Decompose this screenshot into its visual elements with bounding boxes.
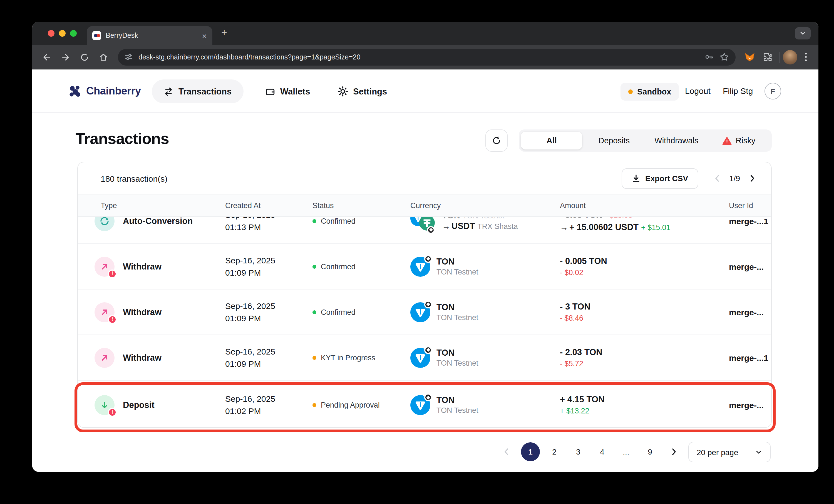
filter-tabs: All Deposits Withdrawals Risky	[519, 130, 772, 152]
withdraw-icon	[94, 348, 114, 368]
per-page-value: 20 per page	[697, 448, 751, 457]
address-bar[interactable]: desk-stg.chainberry.com/dashboard/transa…	[118, 49, 736, 65]
currency-text: TON TON Testnet	[436, 256, 479, 277]
filter-tab-risky[interactable]: Risky	[708, 132, 770, 150]
home-button[interactable]	[94, 48, 112, 66]
status-cell: Pending Approval	[312, 401, 380, 409]
withdraw-icon: !	[94, 256, 114, 276]
status-label: Pending Approval	[321, 401, 380, 409]
status-cell: Confirmed	[312, 217, 355, 225]
status-label: Confirmed	[321, 262, 355, 271]
user-id: merge-...1	[729, 217, 768, 226]
ton-coin-icon	[410, 256, 430, 276]
chevron-left-icon[interactable]	[712, 174, 721, 183]
amount-from-line: - 5.05 TON - $15.06	[560, 217, 671, 221]
user-name: Filip Stg	[723, 86, 753, 96]
table-row-withdraw[interactable]: Withdraw Sep-16, 2025 01:09 PM KYT in Pr…	[78, 335, 771, 381]
app-header: Chainberry Transactions Wallets	[32, 70, 818, 113]
type-cell: ! Deposit	[94, 395, 155, 415]
close-window-button[interactable]	[48, 30, 54, 37]
ton-coin-icon	[410, 302, 430, 322]
currency-to-line: →USDT TRX Shasta	[442, 221, 518, 231]
pagination-next-button[interactable]	[664, 442, 683, 461]
ton-usdt-coin-pair-icon	[410, 217, 436, 232]
transaction-type: Deposit	[123, 400, 155, 410]
time-line: 01:09 PM	[225, 267, 275, 279]
table-body: Auto-Conversion Sep-16, 2025 01:13 PM Co…	[78, 217, 771, 428]
nav-item-transactions[interactable]: Transactions	[152, 79, 243, 104]
per-page-select[interactable]: 20 per page	[688, 442, 771, 462]
refresh-button[interactable]	[485, 130, 508, 152]
tab-search-button[interactable]	[795, 27, 811, 40]
chevron-left-icon	[502, 447, 511, 456]
currency-cell: TON TON Testnet →USDT TRX Shasta	[410, 217, 518, 232]
table-row-deposit[interactable]: ! Deposit Sep-16, 2025 01:02 PM Pending …	[78, 381, 771, 428]
chevron-down-icon	[800, 31, 806, 36]
page-button-3[interactable]: 3	[569, 442, 588, 461]
export-csv-button[interactable]: Export CSV	[621, 168, 698, 189]
table-row-auto-conversion[interactable]: Auto-Conversion Sep-16, 2025 01:13 PM Co…	[78, 217, 771, 244]
column-user-id: User Id	[729, 202, 753, 210]
transaction-type: Withdraw	[123, 307, 161, 317]
filter-tab-all[interactable]: All	[521, 132, 583, 150]
transactions-card: 180 transaction(s) Export CSV 1/9 Type	[77, 162, 772, 428]
currency-network: TON Testnet	[463, 217, 505, 220]
network-badge-icon	[427, 226, 435, 234]
nav-item-wallets[interactable]: Wallets	[254, 79, 322, 104]
brand-name: Chainberry	[86, 85, 141, 97]
currency-text: TON TON Testnet →USDT TRX Shasta	[442, 217, 518, 231]
status-dot-icon	[312, 310, 316, 314]
filter-tab-withdrawals[interactable]: Withdrawals	[646, 132, 707, 150]
transaction-type: Auto-Conversion	[123, 217, 193, 226]
nav-item-settings[interactable]: Settings	[326, 79, 399, 104]
amount-crypto: - 2.03 TON	[560, 346, 602, 358]
back-button[interactable]	[38, 48, 56, 66]
chainberry-logo[interactable]: Chainberry	[68, 84, 141, 98]
browser-profile-avatar[interactable]	[783, 50, 797, 64]
currency-symbol: TON	[436, 394, 479, 406]
ton-coin-icon	[410, 395, 430, 415]
time-line: 01:09 PM	[225, 358, 275, 370]
bookmark-star-icon[interactable]	[720, 52, 729, 62]
reload-icon	[80, 52, 89, 62]
forward-arrow-icon	[61, 52, 71, 62]
logout-button[interactable]: Logout	[685, 86, 710, 96]
page-button-9[interactable]: 9	[640, 442, 659, 461]
status-cell: Confirmed	[312, 262, 355, 271]
extensions-puzzle-icon[interactable]	[759, 49, 776, 65]
page-button-2[interactable]: 2	[545, 442, 564, 461]
user-avatar[interactable]: F	[765, 83, 781, 99]
column-amount: Amount	[560, 202, 586, 210]
page-title: Transactions	[75, 130, 169, 148]
tab-close-icon[interactable]: ×	[202, 31, 207, 40]
table-row-withdraw[interactable]: ! Withdraw Sep-16, 2025 01:09 PM Confirm…	[78, 244, 771, 290]
currency-network: TRX Shasta	[477, 222, 518, 230]
amount-cell: - 3 TON - $8.46	[560, 300, 591, 324]
forward-button[interactable]	[57, 48, 74, 66]
fox-extension-icon[interactable]	[741, 49, 758, 65]
minimize-window-button[interactable]	[59, 30, 66, 37]
chevron-right-icon[interactable]	[748, 174, 757, 183]
network-badge-icon	[424, 300, 432, 308]
column-type: Type	[101, 202, 117, 210]
page-button-1[interactable]: 1	[521, 442, 540, 461]
table-row-withdraw[interactable]: ! Withdraw Sep-16, 2025 01:09 PM Confirm…	[78, 290, 771, 335]
export-csv-label: Export CSV	[645, 174, 688, 183]
conversion-arrow-icon: →	[442, 221, 451, 230]
sandbox-badge[interactable]: Sandbox	[620, 83, 679, 100]
new-tab-button[interactable]: +	[221, 28, 227, 38]
browser-menu-button[interactable]	[798, 53, 813, 61]
filter-tab-deposits[interactable]: Deposits	[584, 132, 645, 150]
amount-to-line: →+ 15.00602 USDT + $15.01	[560, 221, 671, 233]
reload-button[interactable]	[75, 48, 93, 66]
transaction-count: 180 transaction(s)	[101, 174, 167, 183]
password-key-icon[interactable]	[704, 52, 714, 62]
site-settings-icon[interactable]	[125, 53, 133, 61]
column-created-at: Created At	[225, 202, 261, 210]
zoom-window-button[interactable]	[70, 30, 77, 37]
risk-warning-badge-icon: !	[108, 269, 117, 278]
pagination-prev-button[interactable]	[497, 442, 516, 461]
user-id: merge-...1	[729, 353, 768, 362]
browser-tab[interactable]: BerryDesk ×	[87, 26, 212, 45]
page-button-4[interactable]: 4	[593, 442, 612, 461]
